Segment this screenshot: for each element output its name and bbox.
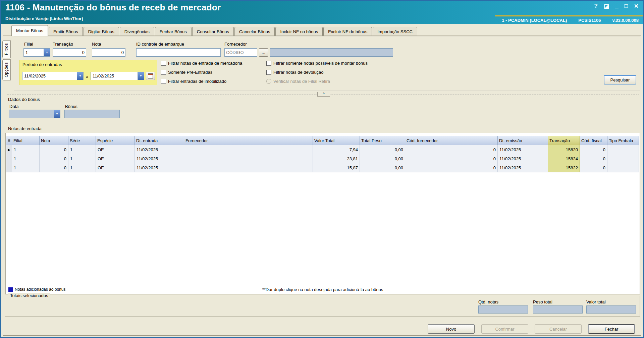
col-nota[interactable]: Nota [40,136,68,145]
screen-icon[interactable]: ◪ [604,3,609,10]
cell-serie[interactable]: 1 [68,145,96,154]
side-tab-opcoes[interactable]: Opções [2,59,11,80]
checkbox-filtrar-possiveis-bonus[interactable]: Filtrar somente notas possíveis de monta… [266,61,368,66]
cell-valor-total[interactable]: 15,87 [313,163,360,172]
tab-cancelar-bonus[interactable]: Cancelar Bônus [234,27,275,36]
cell-dt-entrada[interactable]: 11/02/2025 [135,145,184,154]
col-dt-entrada[interactable]: Dt. entrada [135,136,184,145]
cell-cod-fornecedor[interactable]: 0 [405,154,498,163]
cell-especie[interactable]: OE [96,145,135,154]
col-filial[interactable]: Filial [12,136,40,145]
col-especie[interactable]: Espécie [96,136,135,145]
close-icon[interactable]: ✕ [634,3,639,10]
table-row[interactable]: 1 0 1 OE 11/02/2025 15,87 0,00 0 11/02/2… [6,163,639,172]
cell-cod-fiscal[interactable]: 0 [580,145,607,154]
tab-importacao-sscc[interactable]: Importação SSCC [373,27,417,36]
minimize-icon[interactable]: _ [615,3,618,10]
checkbox-filtrar-imobilizado[interactable]: Filtrar entradas de imobilizado [161,79,226,84]
cell-transacao[interactable]: 15822 [548,163,580,172]
cell-total-peso[interactable]: 0,00 [360,145,405,154]
cell-dt-emissao[interactable]: 11/02/2025 [498,145,548,154]
chevron-down-icon[interactable]: ▼ [44,49,50,56]
cell-dt-entrada[interactable]: 11/02/2025 [135,154,184,163]
cell-total-peso[interactable]: 0,00 [360,163,405,172]
checkbox-somente-pre-entradas[interactable]: Somente Pré-Entradas [161,70,212,75]
table-row[interactable]: 1 0 1 OE 11/02/2025 23,81 0,00 0 11/02/2… [6,154,639,163]
calendar-button[interactable] [146,72,155,80]
cell-fornecedor[interactable] [184,154,313,163]
tab-digitar-bonus[interactable]: Digitar Bônus [84,27,119,36]
nota-input[interactable]: 0 [92,48,125,57]
cell-fornecedor[interactable] [184,163,313,172]
fechar-button[interactable]: Fechar [588,324,635,334]
cell-especie[interactable]: OE [96,163,135,172]
cell-dt-emissao[interactable]: 11/02/2025 [498,163,548,172]
tab-consultar-bonus[interactable]: Consultar Bônus [192,27,234,36]
cell-dt-emissao[interactable]: 11/02/2025 [498,154,548,163]
checkbox-box[interactable] [266,70,271,75]
col-tipo-embala[interactable]: Tipo Embala [607,136,639,145]
cell-serie[interactable]: 1 [68,154,96,163]
cell-valor-total[interactable]: 23,81 [313,154,360,163]
col-valor-total[interactable]: Valor Total [313,136,360,145]
id-embarque-input[interactable] [136,48,221,57]
cell-nota[interactable]: 0 [40,145,68,154]
col-serie[interactable]: Série [68,136,96,145]
pesquisar-button[interactable]: Pesquisar [604,75,636,84]
cell-tipo-embala[interactable] [607,154,639,163]
cell-filial[interactable]: 1 [12,154,40,163]
transacao-input[interactable]: 0 [53,48,86,57]
novo-button[interactable]: Novo [428,324,475,334]
checkbox-box[interactable] [161,70,166,75]
col-cod-fiscal[interactable]: Cód. fiscal [580,136,607,145]
grid-selector-icon[interactable]: ≡ [6,136,12,145]
chevron-down-icon[interactable]: ▼ [138,72,144,80]
table-row[interactable]: ▶ 1 0 1 OE 11/02/2025 7,94 0,00 0 11/02/… [6,145,639,154]
collapse-panel-button[interactable]: ^ [317,92,330,97]
cell-tipo-embala[interactable] [607,145,639,154]
cell-tipo-embala[interactable] [607,163,639,172]
cell-valor-total[interactable]: 7,94 [313,145,360,154]
tab-emitir-bonus[interactable]: Emitir Bônus [49,27,83,36]
cell-transacao[interactable]: 15820 [548,145,580,154]
col-transacao[interactable]: Transação [548,136,580,145]
cell-cod-fiscal[interactable]: 0 [580,163,607,172]
tab-incluir-nf[interactable]: Incluir NF no bônus [275,27,323,36]
fornecedor-codigo-input[interactable]: CÓDIGO [224,48,257,57]
maximize-icon[interactable]: □ [624,3,628,10]
cell-cod-fornecedor[interactable]: 0 [405,145,498,154]
col-dt-emissao[interactable]: Dt. emissão [498,136,548,145]
data-final-combobox[interactable]: 11/02/2025 ▼ [91,72,144,80]
tab-montar-bonus[interactable]: Montar Bônus [11,25,48,36]
cell-filial[interactable]: 1 [12,163,40,172]
cell-fornecedor[interactable] [184,145,313,154]
chevron-down-icon[interactable]: ▼ [77,72,83,80]
tab-divergencias[interactable]: Divergências [120,27,154,36]
cell-dt-entrada[interactable]: 11/02/2025 [135,163,184,172]
col-total-peso[interactable]: Total Peso [360,136,405,145]
cell-serie[interactable]: 1 [68,163,96,172]
help-icon[interactable]: ? [594,3,598,10]
chevron-down-icon[interactable]: ▼ [54,110,60,118]
cell-especie[interactable]: OE [96,154,135,163]
bonus-data-combobox[interactable]: ▼ [9,110,60,118]
tab-fechar-bonus[interactable]: Fechar Bônus [155,27,192,36]
cell-nota[interactable]: 0 [40,163,68,172]
side-tab-filtros[interactable]: Filtros [2,40,11,58]
tab-excluir-nf[interactable]: Excluir NF do bônus [323,27,372,36]
checkbox-filtrar-notas-entrada[interactable]: Filtrar notas de entrada de mercadoria [161,61,242,66]
checkbox-box[interactable] [266,61,271,66]
cell-filial[interactable]: 1 [12,145,40,154]
checkbox-filtrar-devolucao[interactable]: Filtrar notas de devolução [266,70,324,75]
filial-combobox[interactable]: 1 ▼ [23,48,50,57]
col-fornecedor[interactable]: Fornecedor [184,136,313,145]
cell-nota[interactable]: 0 [40,154,68,163]
cell-total-peso[interactable]: 0,00 [360,154,405,163]
col-cod-fornecedor[interactable]: Cód. fornecedor [405,136,498,145]
cell-transacao[interactable]: 15824 [548,154,580,163]
fornecedor-browse-button[interactable]: ... [259,48,268,57]
cell-cod-fornecedor[interactable]: 0 [405,163,498,172]
data-inicial-combobox[interactable]: 11/02/2025 ▼ [22,72,84,80]
checkbox-box[interactable] [161,61,166,66]
checkbox-box[interactable] [161,79,166,84]
